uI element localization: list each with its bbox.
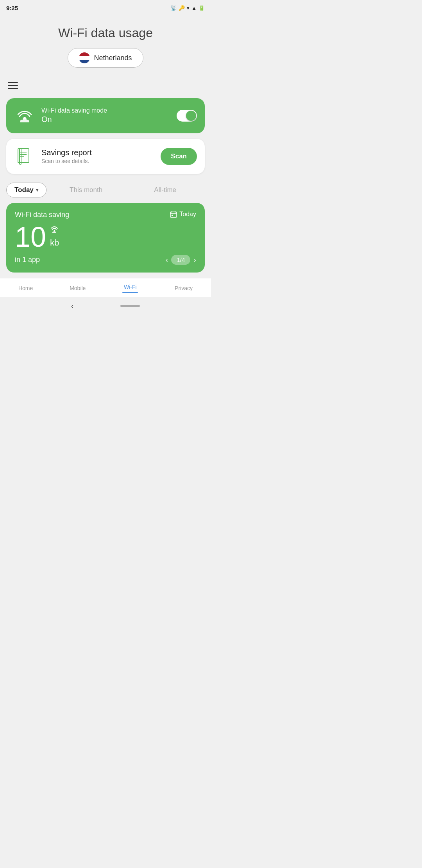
scan-button[interactable]: Scan <box>161 148 197 165</box>
svg-rect-10 <box>172 215 173 216</box>
report-icon <box>14 146 35 167</box>
nav-wifi-label: Wi-Fi <box>124 284 137 290</box>
hamburger-line-1 <box>8 82 18 83</box>
stats-unit: kb <box>50 238 59 248</box>
prev-page-button[interactable]: ‹ <box>166 255 168 264</box>
stats-date-label: Today <box>179 211 196 218</box>
status-time: 9:25 <box>6 5 18 11</box>
system-nav-bar: ‹ <box>0 297 211 314</box>
hamburger-menu[interactable] <box>0 79 211 94</box>
stats-title: Wi-Fi data saving <box>15 211 69 219</box>
svg-rect-6 <box>170 212 177 217</box>
chevron-down-icon: ▾ <box>36 187 38 193</box>
period-tabs: Today ▾ This month All-time <box>0 181 211 203</box>
savings-report-card: Savings report Scan to see details. Scan <box>6 139 205 174</box>
country-label: Netherlands <box>94 54 132 62</box>
battery-icon: 🔋 <box>198 5 205 11</box>
wifi-saving-toggle[interactable] <box>177 110 197 122</box>
nav-item-wifi[interactable]: Wi-Fi <box>122 284 138 293</box>
page-title: Wi-Fi data usage <box>0 14 211 48</box>
wifi-mode-label: Wi-Fi data saving mode <box>41 107 170 114</box>
wifi-icon: ▾ <box>187 5 190 11</box>
calendar-icon <box>170 211 177 218</box>
stats-pagination: ‹ 1/4 › <box>166 255 196 265</box>
wifi-mode-text: Wi-Fi data saving mode On <box>41 107 170 124</box>
nav-mobile-label: Mobile <box>70 285 86 291</box>
hamburger-line-2 <box>8 85 18 86</box>
country-selector: Netherlands <box>0 48 211 68</box>
stats-amount: 10 kb <box>15 223 196 251</box>
bottom-nav: Home Mobile Wi-Fi Privacy <box>0 278 211 297</box>
nav-home-label: Home <box>18 285 33 291</box>
key-icon: 🔑 <box>179 5 185 11</box>
flag-icon <box>79 52 90 63</box>
nav-item-mobile[interactable]: Mobile <box>70 285 86 291</box>
wifi-saving-icon <box>14 105 35 126</box>
stats-header: Wi-Fi data saving Today <box>15 211 196 219</box>
page-indicator: 1/4 <box>171 255 190 265</box>
toggle-knob <box>186 111 196 121</box>
nav-item-privacy[interactable]: Privacy <box>175 285 193 291</box>
back-button[interactable]: ‹ <box>71 301 74 310</box>
hamburger-line-3 <box>8 88 18 89</box>
wifi-mode-status: On <box>41 115 170 124</box>
status-bar: 9:25 📡 🔑 ▾ ▲ 🔋 <box>0 0 211 14</box>
report-subtitle: Scan to see details. <box>41 158 154 164</box>
report-title: Savings report <box>41 148 154 157</box>
stats-date: Today <box>170 211 196 218</box>
stats-apps-text: in 1 app <box>15 256 40 264</box>
nav-item-home[interactable]: Home <box>18 285 33 291</box>
wifi-saving-small-icon <box>50 225 59 234</box>
stats-footer: in 1 app ‹ 1/4 › <box>15 255 196 265</box>
tab-this-month[interactable]: This month <box>46 183 126 197</box>
stats-number: 10 <box>15 223 46 251</box>
tab-all-time[interactable]: All-time <box>125 183 205 197</box>
status-icons: 📡 🔑 ▾ ▲ 🔋 <box>170 5 205 11</box>
nav-privacy-label: Privacy <box>175 285 193 291</box>
cast-icon: 📡 <box>170 5 177 11</box>
report-text: Savings report Scan to see details. <box>41 148 154 164</box>
tab-today[interactable]: Today ▾ <box>6 183 46 197</box>
country-button[interactable]: Netherlands <box>68 48 143 68</box>
signal-icon: ▲ <box>191 5 197 11</box>
wifi-saving-mode-card: Wi-Fi data saving mode On <box>6 98 205 133</box>
toggle-wrap <box>177 110 197 122</box>
nav-active-indicator <box>122 292 138 293</box>
next-page-button[interactable]: › <box>193 255 196 264</box>
stats-unit-wrap: kb <box>50 225 59 248</box>
stats-card: Wi-Fi data saving Today 10 kb <box>6 203 205 273</box>
home-indicator[interactable] <box>120 305 140 307</box>
